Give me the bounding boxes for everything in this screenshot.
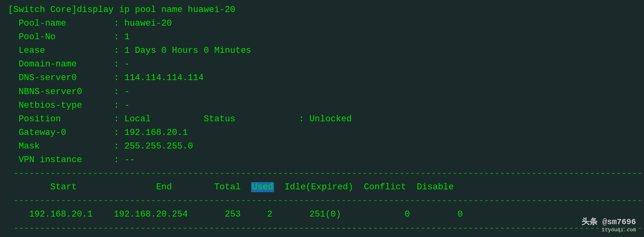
watermark-main: 头条 @sm7696 [582, 216, 636, 227]
field-pool-name: Pool-name : huawei-20 [8, 17, 636, 30]
field-netbios-type: Netbios-type : - [8, 99, 636, 112]
divider-bottom: ----------------------------------------… [8, 222, 636, 235]
watermark: 头条 @sm7696 ityouqi.com [582, 216, 636, 233]
field-vpn-instance: VPN instance : -- [8, 153, 636, 167]
table-header-row: Start End Total Used Idle(Expired) Confl… [8, 181, 636, 194]
field-domain-name: Domain-name : - [8, 58, 636, 71]
watermark-sub: ityouqi.com [582, 227, 636, 233]
field-lease: Lease : 1 Days 0 Hours 0 Minutes [8, 44, 636, 58]
field-gateway: Gateway-0 : 192.168.20.1 [8, 126, 636, 140]
field-nbns-server: NBNS-server0 : - [8, 85, 636, 99]
used-header-highlight: Used [251, 182, 274, 192]
command-line: [Switch Core]display ip pool name huawei… [8, 3, 636, 17]
field-position: Position : Local Status : Unlocked [8, 112, 636, 126]
terminal-window: [Switch Core]display ip pool name huawei… [0, 0, 644, 237]
divider-middle: ----------------------------------------… [8, 194, 636, 208]
divider-top: ----------------------------------------… [8, 167, 636, 181]
field-dns-server: DNS-server0 : 114.114.114.114 [8, 71, 636, 85]
field-mask: Mask : 255.255.255.0 [8, 140, 636, 153]
field-pool-no: Pool-No : 1 [8, 30, 636, 44]
table-data-row: 192.168.20.1 192.168.20.254 253 2 251(0)… [8, 208, 636, 221]
